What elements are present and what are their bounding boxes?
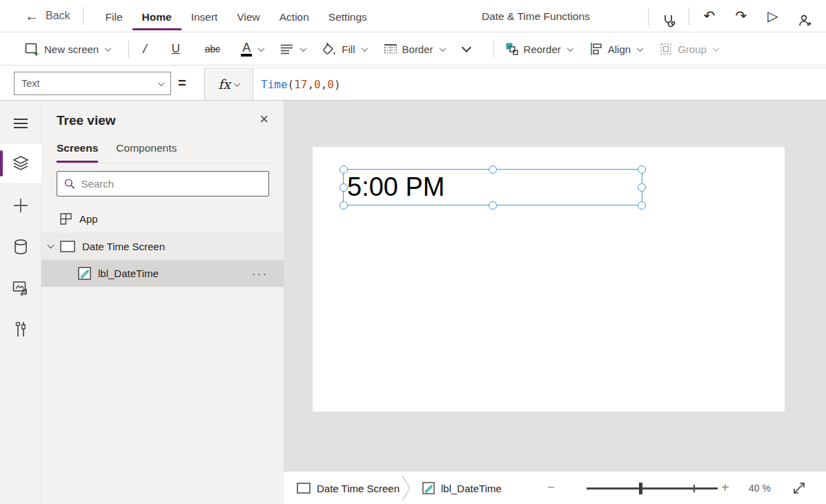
resize-handle-se[interactable]: [638, 201, 646, 210]
screen-icon: [297, 483, 311, 494]
insert-plus-icon[interactable]: [0, 188, 41, 223]
breadcrumb-screen-label: Date Time Screen: [317, 483, 400, 494]
datetime-label-control[interactable]: 5:00 PM: [343, 169, 642, 205]
italic-button[interactable]: /: [139, 41, 150, 57]
divider: [493, 40, 494, 58]
zoom-value: 40: [749, 483, 760, 494]
zoom-slider-thumb[interactable]: [639, 483, 642, 494]
chevron-down-icon: [439, 45, 446, 52]
search-input[interactable]: [81, 178, 262, 190]
resize-handle-nw[interactable]: [340, 165, 348, 174]
menu-view[interactable]: View: [227, 2, 269, 30]
breadcrumb-screen[interactable]: Date Time Screen: [297, 472, 400, 504]
tab-screens[interactable]: Screens: [57, 142, 98, 163]
group-button[interactable]: Group: [659, 42, 718, 56]
reorder-button[interactable]: Reorder: [505, 42, 573, 56]
formula-function-token: Time: [261, 78, 288, 91]
chevron-down-icon: [712, 45, 719, 52]
formula-token: ,: [307, 78, 314, 91]
formula-bar: Text = fx Time(17, 0, 0): [0, 66, 826, 101]
formula-input[interactable]: Time(17, 0, 0): [254, 68, 826, 100]
undo-icon[interactable]: ↶: [694, 0, 725, 32]
back-arrow-icon: ←: [25, 9, 39, 23]
resize-handle-sw[interactable]: [340, 201, 348, 210]
tree-item-app[interactable]: App: [41, 205, 284, 232]
app-title: Date & Time Functions: [482, 0, 590, 32]
strikethrough-button[interactable]: abc: [201, 43, 225, 54]
breadcrumb-chevron-icon: [401, 472, 412, 504]
tree-search-box[interactable]: [57, 171, 269, 196]
divider: [128, 40, 129, 58]
status-bar: Date Time Screen lbl_DateTime − + 40 %: [284, 471, 826, 504]
item-options-ellipsis-icon[interactable]: ···: [252, 268, 268, 279]
reorder-icon: [505, 42, 519, 56]
menu-file[interactable]: File: [96, 2, 132, 30]
menu-insert[interactable]: Insert: [181, 2, 228, 30]
label-control-icon: [422, 482, 435, 494]
design-canvas[interactable]: 5:00 PM: [284, 101, 826, 471]
border-label: Border: [402, 43, 433, 55]
fx-dropdown[interactable]: fx: [204, 68, 253, 100]
tab-components[interactable]: Components: [116, 142, 177, 163]
chevron-down-icon: [158, 79, 165, 86]
text-align-button[interactable]: [280, 43, 306, 54]
chevron-down-icon: [258, 45, 265, 52]
share-person-icon[interactable]: [789, 5, 820, 28]
zoom-in-button[interactable]: +: [721, 472, 729, 504]
resize-handle-ne[interactable]: [638, 165, 646, 174]
breadcrumb-control[interactable]: lbl_DateTime: [422, 472, 502, 504]
tree-item-screen[interactable]: Date Time Screen: [41, 233, 284, 260]
divider: [83, 7, 83, 25]
zoom-percentage: 40 %: [749, 472, 771, 504]
fx-icon: fx: [218, 77, 230, 92]
new-screen-button[interactable]: New screen: [25, 43, 110, 56]
chevron-down-icon: [567, 45, 573, 52]
formula-token: (: [288, 78, 295, 91]
app-checker-icon[interactable]: [653, 5, 685, 28]
media-icon[interactable]: [0, 271, 41, 305]
screen-artboard[interactable]: 5:00 PM: [313, 147, 785, 412]
chevron-down-icon: [300, 45, 307, 52]
underline-button[interactable]: U: [167, 42, 184, 56]
tree-view-panel: Tree view × Screens Components App Date …: [41, 101, 284, 504]
resize-handle-n[interactable]: [489, 165, 497, 174]
formula-token: 0: [327, 78, 334, 91]
formula-token: 17: [294, 78, 307, 91]
back-button[interactable]: ← Back: [25, 9, 70, 23]
advanced-tools-icon[interactable]: [0, 312, 41, 347]
tree-view-nav-icon[interactable]: [0, 144, 41, 183]
hamburger-menu-icon[interactable]: [0, 106, 41, 141]
equals-sign: =: [178, 66, 186, 101]
close-icon[interactable]: ×: [259, 112, 268, 127]
chevron-expanded-icon[interactable]: [48, 242, 55, 249]
menu-action[interactable]: Action: [270, 2, 319, 30]
zoom-slider-tick: [694, 485, 695, 492]
resize-handle-s[interactable]: [489, 201, 497, 210]
tree-tabs: Screens Components: [57, 142, 270, 163]
resize-handle-e[interactable]: [638, 183, 646, 192]
align-button[interactable]: Align: [589, 42, 642, 56]
menu-settings[interactable]: Settings: [319, 2, 377, 30]
new-screen-label: New screen: [44, 43, 99, 55]
font-color-button[interactable]: A: [241, 41, 264, 57]
toolbar-overflow-button[interactable]: [462, 44, 477, 54]
resize-handle-w[interactable]: [340, 183, 348, 192]
property-dropdown[interactable]: Text: [14, 72, 171, 95]
zoom-slider[interactable]: [587, 487, 718, 490]
data-sources-icon[interactable]: [0, 230, 41, 264]
divider: [648, 8, 649, 26]
zoom-out-button[interactable]: −: [547, 472, 555, 504]
chevron-down-icon: [233, 80, 240, 87]
fill-button[interactable]: Fill: [322, 43, 366, 56]
menu-home[interactable]: Home: [132, 2, 181, 30]
play-preview-icon[interactable]: ▷: [757, 0, 789, 32]
border-button[interactable]: Border: [384, 43, 445, 55]
redo-icon[interactable]: ↷: [725, 0, 757, 32]
tree-item-label-control[interactable]: lbl_DateTime ···: [41, 260, 284, 287]
fill-icon: [322, 43, 337, 56]
back-label: Back: [46, 10, 70, 22]
tree-item-label: Date Time Screen: [82, 241, 165, 252]
chevron-down-icon: [361, 45, 368, 52]
fit-to-window-icon[interactable]: [792, 481, 806, 495]
formula-token: ,: [321, 78, 328, 91]
